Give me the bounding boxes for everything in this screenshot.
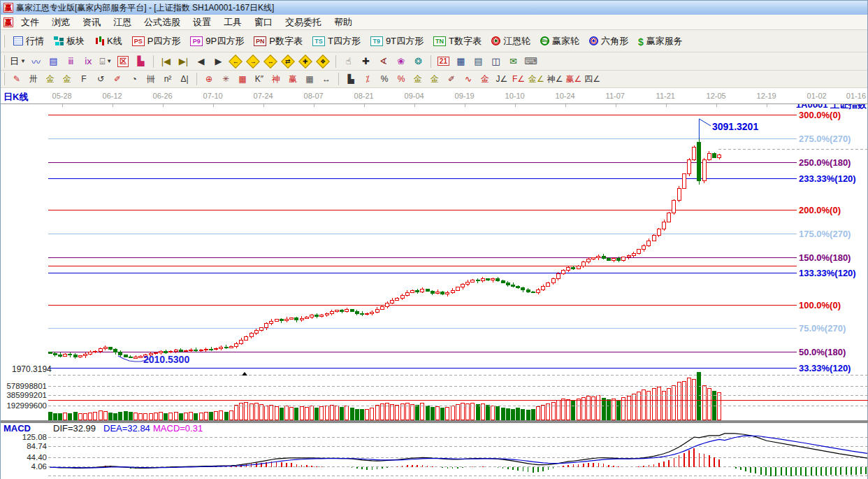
brush-tool-icon: ✎ [13,74,20,84]
menu-item-8[interactable]: 交易委托 [279,15,328,30]
save-button-icon: ◫ [491,56,500,66]
square-grid-tool[interactable]: ▦ [235,72,250,86]
nav-prev-button[interactable]: ◀ [193,55,209,69]
dropdown-arrow-icon: ▼ [106,58,112,64]
p-square-button[interactable]: PSP四方形 [127,33,186,50]
nav-last-button[interactable]: ▶| [175,55,191,69]
circle-arc-tool[interactable]: ◔ [126,72,142,86]
angle-shen-tool[interactable]: 神∠ [547,72,564,86]
angle-a-tool[interactable]: Δ| [177,72,192,86]
hexagon-button[interactable]: 六角形 [584,33,633,50]
percent-down-tool[interactable]: ⁒ [360,72,375,86]
pattern-red-icon[interactable]: 区 [115,55,131,69]
compress-diamond-button[interactable]: ⇄ [280,55,296,69]
menu-item-1[interactable]: 浏览 [45,15,76,30]
kline-chart[interactable]: 300.0%(0)275.0%(270)250.0%(180)233.33%(1… [1,104,868,478]
zoom-in-diamond-button[interactable]: ✚ [298,55,314,69]
f-comb-tool[interactable]: F [76,72,92,86]
flower-tool-button[interactable]: ❀ [393,55,409,69]
menu-item-5[interactable]: 设置 [187,15,217,30]
comb2-tool[interactable]: 卌 [143,72,159,86]
candle-style-dropdown[interactable]: ⌻▼ [98,55,114,69]
angle-f-tool[interactable]: F∠ [511,72,526,86]
period-day-dropdown[interactable]: 日▼ [9,55,27,69]
shift-left-diamond-button[interactable]: ← [228,55,244,69]
date-label-01-16: 01-16 [846,92,866,100]
chart-area[interactable]: 300.0%(0)275.0%(270)250.0%(180)233.33%(1… [1,104,867,479]
hand-tool-button[interactable]: ☝ [340,55,356,69]
angle-si-tool[interactable]: 四∠ [584,72,601,86]
t-digit-table-button[interactable]: TNT数字表 [428,33,486,50]
workstation-button[interactable]: ⌨ [523,55,539,69]
winner-service-button[interactable]: $赢家服务 [633,33,688,50]
n-squared-tool[interactable]: n² [160,72,175,86]
ink-tool[interactable]: ✐ [444,72,459,86]
color-histogram-icon[interactable]: ▙ [133,55,149,69]
k-quote-tool[interactable]: K″ [252,72,267,86]
bars3-icon[interactable]: ⅲ [63,55,79,69]
gold-comb-tool[interactable]: 金 [43,72,58,86]
winner-wheel-button[interactable]: Big赢家轮 [535,33,584,50]
clipboard-icon[interactable]: ▤ [45,55,62,69]
bars9-icon-icon: ⅸ [85,56,92,66]
menu-item-9[interactable]: 帮助 [328,15,359,30]
volume-axis-label: 385999201 [6,391,47,399]
angle-ying-tool[interactable]: 赢∠ [565,72,583,86]
save-button[interactable]: ◫ [488,55,504,69]
shen-comb-tool[interactable]: 神 [268,72,284,86]
date-label-06-26: 06-26 [153,92,173,100]
expand-h-diamond-button[interactable]: ↔ [263,55,279,69]
menu-item-7[interactable]: 窗口 [248,15,279,30]
sectors-button[interactable]: 板块 [49,33,89,50]
mail-globe-button[interactable]: ✉ [505,55,521,69]
toolbar-separator [335,55,336,68]
nav-first-button[interactable]: |◀ [158,55,174,69]
p-digit-table-button[interactable]: PNP数字表 [249,33,308,50]
crosshair-tool-button[interactable]: ✚ [358,55,374,69]
brain-tool-button[interactable]: ❂ [410,55,426,69]
quotes-button[interactable]: 行情 [8,33,49,50]
percent-line-tool[interactable]: % [393,72,409,86]
zoom-full-diamond-button[interactable]: ❖ [315,55,331,69]
ninet-square-button[interactable]: T99T四方形 [366,33,428,50]
grid-123-tool[interactable]: ▦ [302,72,317,86]
spiral-tool[interactable]: ↺ [93,72,108,86]
menu-item-6[interactable]: 工具 [217,15,248,30]
star-grid-tool[interactable]: ✳ [218,72,233,86]
gold-comb2-tool[interactable]: 金 [59,72,75,86]
angle-j-tool[interactable]: J∠ [494,72,509,86]
comb-tool[interactable]: 卅 [26,72,41,86]
app-icon-small: 赢 [3,17,13,27]
t-square-button[interactable]: TST四方形 [308,33,366,50]
menu-item-3[interactable]: 江恩 [107,15,138,30]
gann-level-label: 100.0%(0) [799,300,841,310]
gold-circle-tool[interactable]: 金 [410,72,426,86]
brush-tool[interactable]: ✎ [9,72,24,86]
circle-cross-tool[interactable]: ⊕ [201,72,217,86]
ninep-square-button[interactable]: P99P四方形 [185,33,249,50]
calculator-button-icon: ▦ [456,56,465,66]
menu-item-0[interactable]: 文件 [15,15,45,30]
kline-button[interactable]: K线 [89,33,127,50]
gann-wheel-button[interactable]: 江恩轮 [486,33,535,50]
menu-item-4[interactable]: 公式选股 [138,15,187,30]
menu-item-2[interactable]: 资讯 [76,15,107,30]
angle-gold-tool[interactable]: 金∠ [528,72,545,86]
percent-tool[interactable]: % [377,72,392,86]
calendar-button[interactable]: 21 [435,55,451,69]
angle-ruler-button[interactable]: ∢ [375,55,391,69]
calculator-button[interactable]: ▦ [453,55,469,69]
column-chart-tool[interactable]: ▙ [343,72,359,86]
notes-button[interactable]: ▤ [470,55,486,69]
nav-next-button[interactable]: ▶ [210,55,226,69]
span-arrow-tool[interactable]: ↔ [319,72,334,86]
zigzag-line-icon[interactable]: 〰 [28,55,44,69]
gold-line-tool[interactable]: 金 [427,72,442,86]
shift-right-diamond-button[interactable]: → [245,55,261,69]
gold-under-tool[interactable]: 金 [477,72,493,86]
bars9-icon[interactable]: ⅸ [80,55,96,69]
toolbar-draw: ✎卅金金F↺✐◔卌n²Δ|⊕✳▦K″神赢▦↔▙⁒%%金金✐∿金J∠F∠金∠神∠赢… [1,71,867,88]
wave-tool[interactable]: ∿ [461,72,476,86]
ying-comb-tool[interactable]: 赢 [285,72,301,86]
marker-tool[interactable]: ✐ [110,72,125,86]
